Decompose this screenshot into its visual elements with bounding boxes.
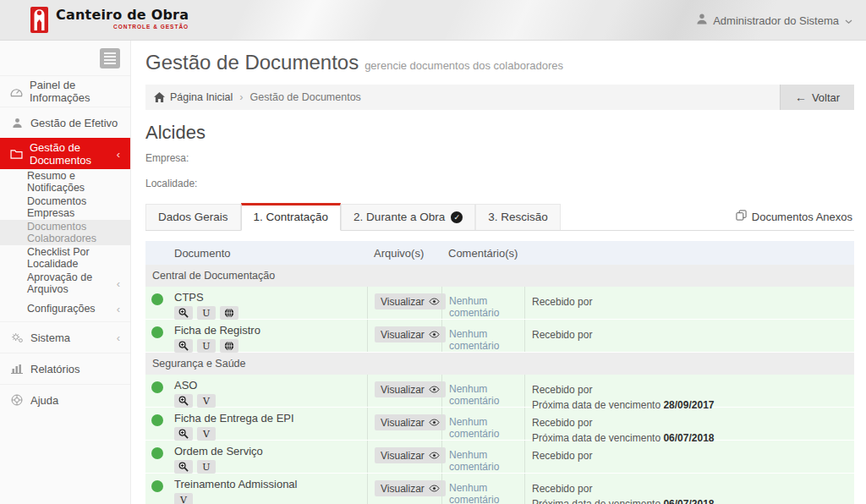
zoom-in-icon-button[interactable]: [174, 339, 193, 353]
u-button[interactable]: U: [197, 339, 216, 353]
status-dot: [151, 480, 163, 492]
tab-rescisao[interactable]: 3. Rescisão: [475, 204, 561, 230]
section-row: Central de Documentação: [145, 265, 854, 287]
user-name-label: Administrador do Sistema: [713, 14, 839, 27]
brand-mark-icon: [30, 7, 48, 36]
chart-icon: [10, 364, 24, 374]
received-cell: Recebido porPróxima data de vencimento 0…: [524, 408, 854, 440]
section-label: Segurança e Saúde: [152, 358, 246, 370]
zoom-in-icon-button[interactable]: [174, 394, 193, 408]
breadcrumb-home-link[interactable]: Página Inicial: [170, 91, 233, 103]
due-date-value: 06/07/2018: [663, 498, 714, 504]
dashboard-icon: [10, 86, 23, 97]
eye-icon: [429, 417, 440, 429]
back-button[interactable]: ← Voltar: [780, 85, 854, 110]
no-comment-link[interactable]: Nenhum comentário: [449, 441, 524, 473]
sidebar-item-label: Documentos Empresas: [27, 195, 120, 219]
no-comment-link[interactable]: Nenhum comentário: [449, 408, 524, 440]
zoom-in-icon-button[interactable]: [174, 306, 193, 320]
v-button[interactable]: V: [174, 493, 193, 504]
v-button[interactable]: V: [197, 394, 216, 408]
eye-icon: [429, 483, 440, 495]
user-menu[interactable]: Administrador do Sistema: [697, 0, 852, 41]
sidebar-toggle-hamburger-icon[interactable]: [100, 48, 120, 68]
received-by-label: Recebido por: [532, 481, 854, 496]
gears-icon: [10, 332, 24, 343]
sidebar-item-ajuda[interactable]: Ajuda: [0, 384, 130, 415]
sidebar-item-label: Ajuda: [30, 394, 58, 407]
no-comment-link[interactable]: Nenhum comentário: [449, 375, 524, 407]
tab-label: 2. Durante a Obra: [354, 211, 445, 223]
attachments-link-label: Documentos Anexos: [752, 211, 852, 223]
visualizar-button[interactable]: Visualizar: [375, 381, 446, 397]
breadcrumb-current: Gestão de Documentos: [250, 91, 361, 103]
received-by-label: Recebido por: [532, 327, 854, 342]
status-dot: [151, 414, 163, 426]
no-comment-link[interactable]: Nenhum comentário: [449, 474, 524, 504]
globe-icon-button[interactable]: [220, 306, 238, 320]
visualizar-button[interactable]: Visualizar: [375, 293, 446, 310]
brand-logo[interactable]: Canteiro de Obra CONTROLE & GESTÃO: [30, 7, 189, 36]
arrow-left-icon: ←: [795, 90, 807, 104]
visualizar-button[interactable]: Visualizar: [375, 447, 446, 463]
v-button[interactable]: V: [197, 427, 216, 441]
no-comment-link[interactable]: Nenhum comentário: [449, 320, 524, 352]
folder-icon: [10, 149, 23, 159]
zoom-in-icon-button[interactable]: [174, 427, 193, 441]
u-button[interactable]: U: [197, 306, 216, 320]
document-name: Treinamento Admissional: [174, 478, 367, 490]
attachments-link[interactable]: Documentos Anexos: [736, 210, 854, 230]
sidebar-item-relatorios[interactable]: Relatórios: [0, 353, 130, 384]
app-window: Canteiro de Obra CONTROLE & GESTÃO Admin…: [0, 0, 866, 504]
sidebar-menu: Painel de InformaçõesGestão de EfetivoGe…: [0, 75, 130, 415]
brand-name: Canteiro de Obra: [56, 7, 189, 23]
no-comment-link[interactable]: Nenhum comentário: [449, 287, 524, 319]
visualizar-button-label: Visualizar: [381, 483, 425, 495]
visualizar-button-label: Visualizar: [381, 296, 425, 308]
sidebar-item-label: Configurações: [27, 303, 96, 315]
tab-dados-gerais[interactable]: Dados Gerais: [145, 204, 241, 230]
sidebar-subitem-documentos-colaboradores[interactable]: Documentos Colaboradores: [0, 220, 130, 245]
sidebar-item-sistema[interactable]: Sistema‹: [0, 321, 130, 353]
table-row: ASOVVisualizarNenhum comentárioRecebido …: [145, 375, 854, 408]
u-button[interactable]: U: [197, 460, 216, 474]
column-header-documento: Documento: [167, 247, 367, 260]
visualizar-button[interactable]: Visualizar: [375, 326, 446, 342]
status-dot: [151, 447, 163, 459]
chevron-left-icon: ‹: [117, 332, 120, 343]
received-by-label: Recebido por: [532, 448, 854, 463]
sidebar-item-gestao-de-efetivo[interactable]: Gestão de Efetivo: [0, 107, 130, 138]
received-by-label: Recebido por: [532, 415, 854, 430]
sidebar: Painel de InformaçõesGestão de EfetivoGe…: [0, 41, 131, 504]
sidebar-item-label: Checklist Por Localidade: [27, 246, 120, 270]
sidebar-subitem-documentos-empresas[interactable]: Documentos Empresas: [0, 194, 130, 220]
chevron-left-icon: ‹: [117, 278, 120, 289]
sidebar-subitem-checklist-por-localidade[interactable]: Checklist Por Localidade: [0, 245, 130, 271]
sidebar-item-label: Resumo e Notificações: [27, 170, 120, 194]
sidebar-subitem-configuracoes[interactable]: Configurações‹: [0, 296, 130, 321]
visualizar-button[interactable]: Visualizar: [375, 414, 446, 430]
sidebar-item-painel-de-informacoes[interactable]: Painel de Informações: [0, 75, 130, 107]
received-cell: Recebido por: [524, 441, 854, 473]
top-bar: Canteiro de Obra CONTROLE & GESTÃO Admin…: [0, 0, 866, 41]
home-icon: [154, 92, 165, 102]
help-icon: [10, 394, 24, 406]
document-name: ASO: [174, 379, 367, 392]
tabs: Dados Gerais1. Contratação2. Durante a O…: [145, 203, 561, 230]
tab-label: 1. Contratação: [254, 211, 329, 223]
localidade-label: Localidade:: [145, 178, 854, 189]
sidebar-item-label: Gestão de Documentos: [30, 141, 110, 167]
sidebar-item-gestao-de-documentos[interactable]: Gestão de Documentos‹: [0, 138, 130, 169]
received-cell: Recebido porPróxima data de vencimento 2…: [524, 375, 854, 407]
breadcrumb-separator: ›: [239, 91, 243, 103]
sidebar-subitem-resumo-e-notificacoes[interactable]: Resumo e Notificações: [0, 169, 130, 194]
globe-icon-button[interactable]: [220, 339, 238, 353]
tab-durante-a-obra[interactable]: 2. Durante a Obra✓: [341, 204, 475, 230]
status-dot: [151, 293, 163, 305]
zoom-in-icon-button[interactable]: [174, 460, 193, 474]
check-circle-icon: ✓: [451, 211, 463, 223]
tab-contratacao[interactable]: 1. Contratação: [241, 203, 342, 231]
chevron-left-icon: ‹: [117, 304, 120, 315]
visualizar-button[interactable]: Visualizar: [375, 480, 446, 496]
sidebar-subitem-aprovacao-de-arquivos[interactable]: Aprovação de Arquivos‹: [0, 271, 130, 296]
